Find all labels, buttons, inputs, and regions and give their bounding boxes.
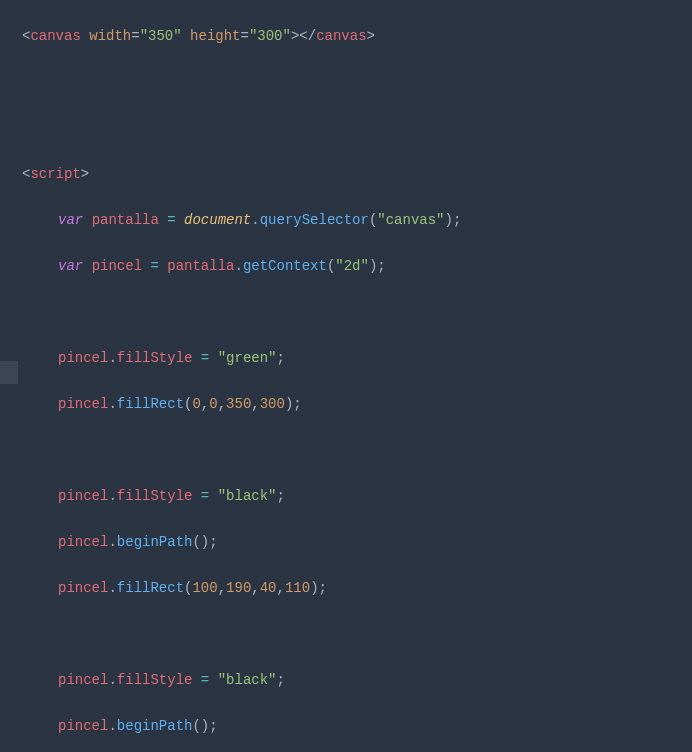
code-line: pincel.beginPath(); (22, 715, 692, 738)
code-line: pincel.fillRect(100,190,40,110); (22, 577, 692, 600)
current-line-indicator (0, 361, 18, 384)
code-line: pincel.fillStyle = "black"; (22, 669, 692, 692)
code-line: pincel.fillStyle = "green"; (22, 347, 692, 370)
code-line: var pincel = pantalla.getContext("2d"); (22, 255, 692, 278)
code-line: pincel.fillRect(0,0,350,300); (22, 393, 692, 416)
code-line: <canvas width="350" height="300"></canva… (22, 25, 692, 48)
code-line (22, 623, 692, 646)
code-line (22, 117, 692, 140)
code-line (22, 71, 692, 94)
code-editor[interactable]: <canvas width="350" height="300"></canva… (0, 0, 692, 752)
code-line: pincel.fillStyle = "black"; (22, 485, 692, 508)
code-line (22, 301, 692, 324)
code-line: var pantalla = document.querySelector("c… (22, 209, 692, 232)
code-line (22, 439, 692, 462)
code-area[interactable]: <canvas width="350" height="300"></canva… (18, 0, 692, 752)
editor-gutter (0, 0, 18, 752)
code-line: <script> (22, 163, 692, 186)
code-line: pincel.beginPath(); (22, 531, 692, 554)
